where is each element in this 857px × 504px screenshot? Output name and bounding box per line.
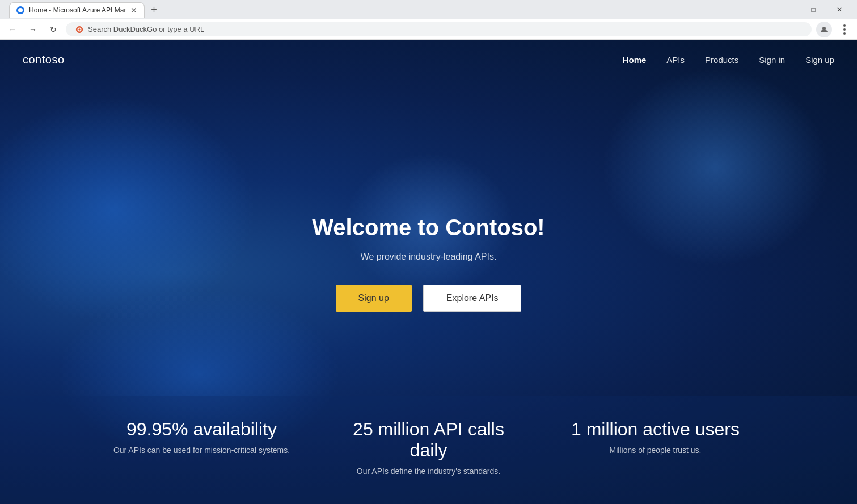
tab-title: Home - Microsoft Azure API Mar xyxy=(29,6,126,14)
user-icon xyxy=(820,25,829,34)
forward-button[interactable]: → xyxy=(25,22,41,37)
tab-close-button[interactable]: ✕ xyxy=(130,6,137,14)
tab-bar: Home - Microsoft Azure API Mar ✕ + xyxy=(5,2,166,18)
profile-button[interactable] xyxy=(816,22,832,37)
stats-section: 99.95% availability Our APIs can be used… xyxy=(0,396,857,504)
hero-title: Welcome to Contoso! xyxy=(312,215,544,240)
stat-item-1: 99.95% availability Our APIs can be used… xyxy=(88,419,315,476)
hero-subtitle: We provide industry-leading APIs. xyxy=(361,252,497,262)
explore-apis-button[interactable]: Explore APIs xyxy=(423,285,522,312)
hero-buttons: Sign up Explore APIs xyxy=(336,285,522,312)
new-tab-button[interactable]: + xyxy=(146,2,162,18)
stat-value-2: 25 million API calls daily xyxy=(338,419,520,461)
stat-desc-3: Millions of people trust us. xyxy=(565,446,746,455)
back-button[interactable]: ← xyxy=(5,22,20,37)
tab-favicon-icon xyxy=(16,6,24,14)
menu-dot xyxy=(843,24,846,27)
stat-item-2: 25 million API calls daily Our APIs defi… xyxy=(315,419,542,476)
browser-menu-button[interactable] xyxy=(837,22,852,37)
menu-dot xyxy=(843,28,846,31)
address-bar: ← → ↻ Search DuckDuckGo or type a URL xyxy=(0,19,857,40)
close-button[interactable]: ✕ xyxy=(826,0,852,19)
url-input[interactable]: Search DuckDuckGo or type a URL xyxy=(66,22,812,36)
menu-dot xyxy=(843,32,846,35)
active-tab[interactable]: Home - Microsoft Azure API Mar ✕ xyxy=(9,2,145,18)
title-bar: Home - Microsoft Azure API Mar ✕ + — □ ✕ xyxy=(0,0,857,19)
signup-button[interactable]: Sign up xyxy=(336,285,412,312)
navbar: contoso Home APIs Products Sign in Sign … xyxy=(0,40,857,79)
window-controls: — □ ✕ xyxy=(774,0,852,19)
nav-apis[interactable]: APIs xyxy=(666,55,685,65)
website-content: contoso Home APIs Products Sign in Sign … xyxy=(0,40,857,504)
nav-signup[interactable]: Sign up xyxy=(805,55,834,65)
svg-point-2 xyxy=(78,28,81,31)
logo[interactable]: contoso xyxy=(23,53,65,66)
nav-home[interactable]: Home xyxy=(623,55,647,65)
stat-value-1: 99.95% availability xyxy=(111,419,293,440)
stat-value-3: 1 million active users xyxy=(565,419,746,440)
stat-desc-2: Our APIs define the industry's standards… xyxy=(338,467,520,476)
stat-desc-1: Our APIs can be used for mission-critica… xyxy=(111,446,293,455)
nav-signin[interactable]: Sign in xyxy=(759,55,785,65)
nav-links: Home APIs Products Sign in Sign up xyxy=(623,55,834,65)
stat-item-3: 1 million active users Millions of peopl… xyxy=(542,419,769,476)
hero-section: contoso Home APIs Products Sign in Sign … xyxy=(0,40,857,504)
nav-products[interactable]: Products xyxy=(705,55,738,65)
minimize-button[interactable]: — xyxy=(774,0,800,19)
refresh-button[interactable]: ↻ xyxy=(45,22,61,37)
browser-chrome: Home - Microsoft Azure API Mar ✕ + — □ ✕… xyxy=(0,0,857,40)
maximize-button[interactable]: □ xyxy=(800,0,826,19)
ddg-icon xyxy=(75,26,83,33)
url-text: Search DuckDuckGo or type a URL xyxy=(88,25,204,33)
